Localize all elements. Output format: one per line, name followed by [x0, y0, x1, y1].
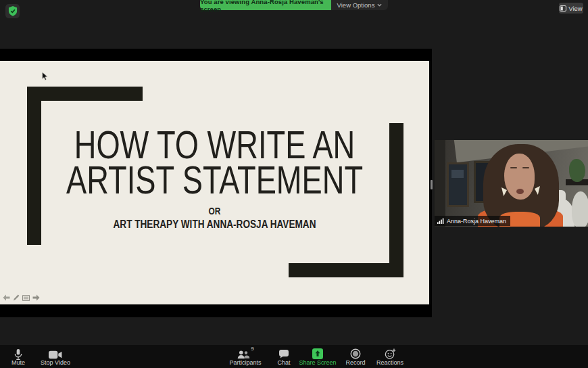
participant-nameplate: Anna-Rosja Haveman — [435, 216, 510, 226]
slide-subtitle: ART THERAPY WITH ANNA-ROSJA HAVEMAN — [32, 218, 397, 231]
audio-level-icon — [437, 218, 444, 224]
plant — [569, 159, 585, 182]
mute-label: Mute — [11, 360, 25, 366]
share-screen-button[interactable]: Share Screen — [295, 346, 341, 367]
white-vase — [572, 191, 588, 227]
screen-viewing-banner: You are viewing Anna-Rosja Haveman's scr… — [200, 0, 331, 10]
microphone-icon — [14, 348, 23, 360]
slide-or-text: OR — [32, 206, 397, 216]
participant-eyebrow — [510, 167, 517, 168]
participants-label: Participants — [229, 360, 261, 366]
mute-button[interactable]: Mute — [3, 346, 34, 367]
view-button-label: View — [568, 5, 582, 12]
slide-bracket-bottomright-vertical — [389, 123, 403, 277]
slide-bracket-bottomright-horizontal — [289, 263, 403, 277]
meeting-toolbar: Mute Stop Video 9 Participants — [0, 345, 588, 368]
shield-check-icon — [8, 6, 18, 16]
stop-video-button[interactable]: Stop Video — [37, 346, 74, 367]
slide-bracket-topleft-horizontal — [27, 87, 143, 101]
chat-bubble-icon — [278, 348, 289, 360]
presenter-controls — [3, 294, 40, 301]
pen-annotation-icon[interactable] — [13, 294, 20, 301]
participant-mouth — [516, 189, 524, 194]
share-screen-icon — [312, 348, 323, 360]
record-icon — [350, 348, 361, 360]
slide-panel-icon[interactable] — [22, 295, 30, 301]
participants-count: 9 — [251, 346, 253, 352]
mouse-cursor — [42, 71, 48, 83]
participant-video-tile[interactable]: Anna-Rosja Haveman — [435, 140, 588, 227]
share-screen-label: Share Screen — [299, 360, 336, 366]
stop-video-label: Stop Video — [41, 360, 70, 366]
layout-grid-icon — [560, 5, 566, 12]
view-options-button[interactable]: View Options — [331, 0, 388, 10]
record-label: Record — [345, 360, 365, 366]
slide-title: HOW TO WRITE AN ARTIST STATEMENT — [47, 127, 382, 198]
chat-label: Chat — [277, 360, 290, 366]
video-background-doorway — [435, 140, 445, 227]
view-button[interactable]: View — [559, 3, 583, 14]
picture-frame — [447, 162, 469, 207]
next-slide-icon[interactable] — [32, 294, 40, 301]
viewing-banner-text: You are viewing Anna-Rosja Haveman's scr… — [200, 0, 331, 13]
record-button[interactable]: Record — [341, 346, 370, 367]
video-camera-icon — [49, 348, 62, 360]
scrollbar-handle[interactable] — [431, 180, 433, 189]
participant-name: Anna-Rosja Haveman — [447, 218, 506, 225]
view-options-label: View Options — [337, 1, 375, 9]
slide-title-line2: ARTIST STATEMENT — [47, 162, 382, 198]
reactions-smiley-icon — [385, 348, 396, 360]
reactions-button[interactable]: Reactions — [371, 346, 409, 367]
previous-slide-icon[interactable] — [3, 294, 10, 301]
participants-people-icon — [237, 348, 250, 359]
shared-screen-area: HOW TO WRITE AN ARTIST STATEMENT OR ART … — [0, 49, 432, 317]
participants-button[interactable]: 9 Participants — [223, 346, 268, 367]
zoom-meeting-window: You are viewing Anna-Rosja Haveman's scr… — [0, 0, 588, 368]
participant-eyebrow — [522, 167, 529, 168]
chevron-down-icon — [377, 3, 382, 7]
encryption-shield-badge[interactable] — [5, 4, 20, 18]
reactions-label: Reactions — [376, 360, 403, 366]
presentation-slide: HOW TO WRITE AN ARTIST STATEMENT OR ART … — [0, 61, 431, 304]
